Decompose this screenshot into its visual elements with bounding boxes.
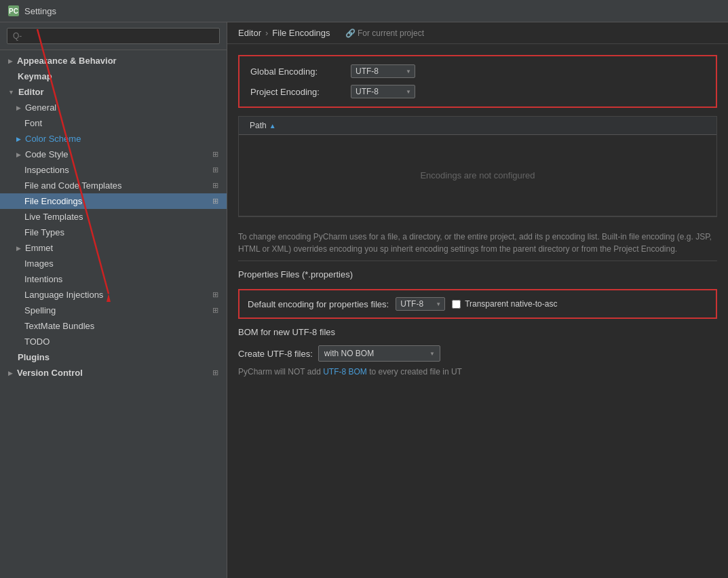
copy-icon: ⊞ <box>212 290 218 299</box>
path-column-label: Path <box>250 121 267 130</box>
global-encoding-select[interactable]: UTF-8 UTF-16 ISO-8859-1 <box>351 64 415 78</box>
sidebar-item-label: Editor <box>18 87 44 97</box>
encoding-description: To change encoding PyCharm uses for a fi… <box>238 225 717 261</box>
project-encoding-select[interactable]: UTF-8 UTF-16 ISO-8859-1 <box>351 85 415 98</box>
expand-arrow: ▶ <box>16 104 21 111</box>
sidebar-item-languageinjections[interactable]: Language Injections ⊞ <box>0 287 227 303</box>
sidebar-item-textmatebundles[interactable]: TextMate Bundles <box>0 318 227 334</box>
copy-icon: ⊞ <box>212 368 218 377</box>
create-utf8-select[interactable]: with NO BOM with BOM Ask <box>318 345 440 362</box>
global-encoding-label: Global Encoding: <box>250 66 345 77</box>
sidebar-item-emmet[interactable]: ▶ Emmet <box>0 240 227 256</box>
sidebar-item-fileencodings[interactable]: File Encodings ⊞ <box>0 193 227 209</box>
sidebar-item-label: Language Injections <box>24 290 103 300</box>
sort-icon: ▲ <box>269 122 276 130</box>
sidebar-item-livetemplates[interactable]: Live Templates <box>0 209 227 225</box>
settings-tree: ▶ Appearance & Behavior Keymap ▼ Editor … <box>0 50 227 578</box>
copy-icon: ⊞ <box>212 150 218 159</box>
sidebar-item-inspections[interactable]: Inspections ⊞ <box>0 162 227 178</box>
properties-section: Properties Files (*.properties) Default … <box>238 269 717 319</box>
sidebar-item-label: Keymap <box>8 71 52 81</box>
empty-message: Encodings are not configured <box>420 170 535 180</box>
transparent-label: Transparent native-to-asc <box>465 299 557 309</box>
bom-note-text: PyCharm will NOT add <box>238 367 321 377</box>
project-encoding-row: Project Encoding: UTF-8 UTF-16 ISO-8859-… <box>250 85 705 98</box>
sidebar-item-label: Plugins <box>8 352 50 362</box>
content-area: Global Encoding: UTF-8 UTF-16 ISO-8859-1… <box>227 44 728 578</box>
path-header: Path ▲ <box>239 117 716 135</box>
expand-arrow: ▶ <box>16 151 21 158</box>
encoding-box: Global Encoding: UTF-8 UTF-16 ISO-8859-1… <box>238 55 717 108</box>
transparent-row: Transparent native-to-asc <box>452 299 557 309</box>
bom-section: BOM for new UTF-8 files Create UTF-8 fil… <box>238 327 717 377</box>
sidebar-item-label: TextMate Bundles <box>24 321 94 331</box>
sidebar-item-font[interactable]: Font <box>0 115 227 131</box>
create-row: Create UTF-8 files: with NO BOM with BOM… <box>238 345 717 362</box>
sidebar-item-label: File Encodings <box>24 196 82 206</box>
sidebar-item-appearance[interactable]: ▶ Appearance & Behavior <box>0 53 227 69</box>
breadcrumb: Editor › File Encodings 🔗 For current pr… <box>227 22 728 44</box>
create-select-wrapper: with NO BOM with BOM Ask <box>318 345 440 362</box>
sidebar-item-label: Inspections <box>24 165 69 175</box>
sidebar-item-filetemplates[interactable]: File and Code Templates ⊞ <box>0 178 227 193</box>
sidebar-item-label: Intentions <box>24 274 62 284</box>
sidebar-item-versioncontrol[interactable]: ▶ Version Control ⊞ <box>0 365 227 381</box>
sidebar-item-label: File Types <box>24 227 64 237</box>
search-input[interactable] <box>7 28 220 44</box>
sidebar-item-label: Emmet <box>25 243 53 253</box>
window-title: Settings <box>24 6 56 16</box>
path-table: Path ▲ Encodings are not configured <box>238 116 717 217</box>
sidebar-item-general[interactable]: ▶ General <box>0 100 227 115</box>
project-encoding-label: Project Encoding: <box>250 87 345 97</box>
properties-encoding-select-wrapper: UTF-8 UTF-16 <box>396 297 445 311</box>
link-icon: 🔗 <box>345 28 356 38</box>
bom-note-text2: to every created file in UT <box>369 367 462 377</box>
sidebar-item-label: Version Control <box>17 368 83 378</box>
expand-arrow: ▶ <box>16 136 21 142</box>
main-content: Editor › File Encodings 🔗 For current pr… <box>227 22 728 578</box>
title-bar: PC Settings <box>0 0 728 22</box>
copy-icon: ⊞ <box>212 181 218 190</box>
properties-box: Default encoding for properties files: U… <box>238 289 717 319</box>
expand-arrow: ▼ <box>8 89 14 96</box>
transparent-checkbox[interactable] <box>452 300 461 309</box>
sidebar: ▶ Appearance & Behavior Keymap ▼ Editor … <box>0 22 227 578</box>
breadcrumb-editor: Editor <box>238 28 261 38</box>
sidebar-item-intentions[interactable]: Intentions <box>0 271 227 287</box>
sidebar-item-label: Color Scheme <box>25 134 81 144</box>
properties-encoding-select[interactable]: UTF-8 UTF-16 <box>396 297 445 311</box>
sidebar-item-editor[interactable]: ▼ Editor <box>0 84 227 100</box>
copy-icon: ⊞ <box>212 197 218 206</box>
content-panel: Global Encoding: UTF-8 UTF-16 ISO-8859-1… <box>227 44 728 578</box>
expand-arrow: ▶ <box>16 245 21 252</box>
bom-title: BOM for new UTF-8 files <box>238 327 717 337</box>
sidebar-item-keymap[interactable]: Keymap <box>0 69 227 84</box>
sidebar-item-plugins[interactable]: Plugins <box>0 349 227 365</box>
breadcrumb-project[interactable]: 🔗 For current project <box>345 28 424 38</box>
sidebar-item-label: Appearance & Behavior <box>17 56 117 66</box>
sidebar-item-filetypes[interactable]: File Types <box>0 225 227 240</box>
copy-icon: ⊞ <box>212 166 218 174</box>
sidebar-item-colorscheme[interactable]: ▶ Color Scheme <box>0 131 227 147</box>
global-encoding-row: Global Encoding: UTF-8 UTF-16 ISO-8859-1 <box>250 64 705 78</box>
expand-arrow: ▶ <box>8 58 13 64</box>
sidebar-item-label: Code Style <box>25 149 69 159</box>
properties-title: Properties Files (*.properties) <box>238 269 717 280</box>
copy-icon: ⊞ <box>212 306 218 315</box>
sidebar-item-label: File and Code Templates <box>24 180 122 191</box>
bom-note: PyCharm will NOT add UTF-8 BOM to every … <box>238 367 717 377</box>
search-bar <box>0 22 227 50</box>
breadcrumb-current: File Encodings <box>272 28 330 38</box>
bom-link[interactable]: UTF-8 BOM <box>323 367 367 377</box>
sidebar-item-label: Images <box>24 258 54 269</box>
sidebar-item-label: Font <box>24 118 42 128</box>
sidebar-item-todo[interactable]: TODO <box>0 334 227 349</box>
sidebar-item-images[interactable]: Images <box>0 256 227 271</box>
breadcrumb-sep: › <box>265 28 268 38</box>
sidebar-item-codestyle[interactable]: ▶ Code Style ⊞ <box>0 147 227 162</box>
sidebar-item-spelling[interactable]: Spelling ⊞ <box>0 303 227 318</box>
sidebar-item-label: Live Templates <box>24 212 83 222</box>
app-icon: PC <box>8 5 19 16</box>
empty-encodings: Encodings are not configured <box>239 135 716 216</box>
expand-arrow: ▶ <box>8 370 13 377</box>
